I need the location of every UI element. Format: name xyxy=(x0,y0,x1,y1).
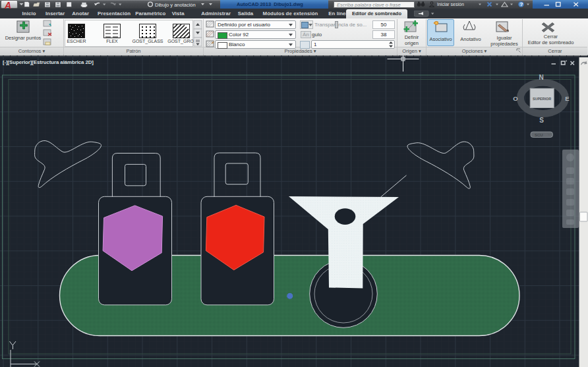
svg-text:[-][Superior][Estructura alámb: [-][Superior][Estructura alámbrica 2D] xyxy=(3,59,94,65)
svg-text:?: ? xyxy=(520,1,523,7)
svg-text:O: O xyxy=(513,95,517,102)
svg-text:E: E xyxy=(565,95,569,102)
svg-text:SCU: SCU xyxy=(535,133,543,137)
svg-text:S: S xyxy=(539,117,544,124)
svg-text:N: N xyxy=(539,74,543,81)
svg-text:SUPERIOR: SUPERIOR xyxy=(533,97,551,101)
